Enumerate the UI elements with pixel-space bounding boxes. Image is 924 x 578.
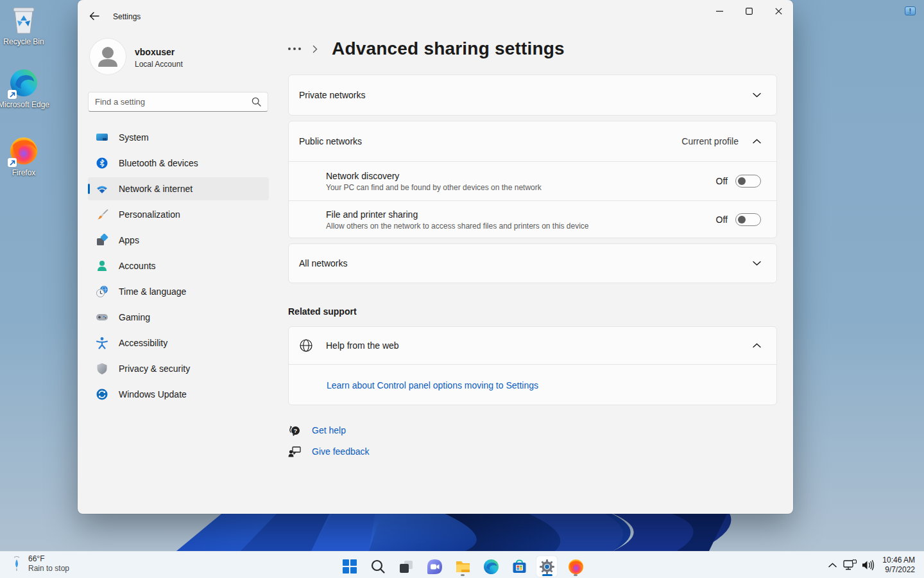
gamepad-icon bbox=[96, 311, 108, 324]
search-box[interactable] bbox=[88, 92, 268, 112]
avatar[interactable] bbox=[90, 39, 126, 74]
tray-volume-button[interactable] bbox=[859, 555, 877, 575]
taskbar-search-button[interactable] bbox=[368, 556, 388, 577]
shield-icon bbox=[96, 362, 108, 375]
titlebar[interactable]: Settings bbox=[78, 0, 793, 26]
chevron-up-icon[interactable] bbox=[753, 343, 761, 348]
setting-description: Your PC can find and be found by other d… bbox=[326, 183, 542, 192]
setting-title: File and printer sharing bbox=[326, 209, 589, 220]
taskbar-edge-button[interactable] bbox=[481, 556, 501, 577]
store-icon bbox=[511, 559, 527, 575]
help-from-web-header[interactable]: Help from the web bbox=[289, 327, 776, 364]
desktop-icon-label: Recycle Bin bbox=[0, 37, 51, 47]
taskbar-chat-button[interactable] bbox=[424, 556, 445, 577]
taskbar-start-button[interactable] bbox=[339, 556, 360, 577]
chevron-down-icon[interactable] bbox=[753, 261, 761, 266]
taskbar-edge-icon bbox=[483, 559, 499, 575]
give-feedback-link[interactable]: Give feedback bbox=[312, 446, 370, 457]
sidebar-item-network-internet[interactable]: Network & internet bbox=[88, 177, 269, 200]
network-icon bbox=[843, 559, 857, 571]
sidebar-item-windows-update[interactable]: Windows Update bbox=[88, 383, 269, 406]
card-title: Public networks bbox=[299, 136, 362, 146]
file-explorer-running-indicator bbox=[461, 574, 465, 576]
card-title: Private networks bbox=[299, 90, 365, 100]
taskbar: 66°F Rain to stop bbox=[0, 551, 924, 578]
selection-indicator bbox=[88, 184, 90, 194]
window-title: Settings bbox=[113, 12, 141, 21]
tray-time: 10:46 AM bbox=[882, 556, 915, 565]
network-discovery-row: Network discovery Your PC can find and b… bbox=[289, 162, 776, 200]
desktop: Recycle Bin Microsoft Edge bbox=[0, 0, 924, 578]
tray-network-button[interactable] bbox=[841, 555, 859, 575]
give-feedback-icon bbox=[288, 445, 301, 458]
control-panel-options-link[interactable]: Learn about Control panel options moving… bbox=[327, 380, 538, 390]
chat-icon bbox=[427, 559, 443, 575]
sidebar-item-apps[interactable]: Apps bbox=[88, 229, 269, 252]
sidebar-item-personalization[interactable]: Personalization bbox=[88, 203, 269, 226]
shortcut-arrow-icon bbox=[8, 158, 17, 167]
person-avatar-icon bbox=[90, 39, 126, 74]
breadcrumb-chevron-icon bbox=[312, 45, 318, 53]
wifi-icon bbox=[96, 182, 108, 195]
sidebar-item-accessibility[interactable]: Accessibility bbox=[88, 331, 269, 355]
start-icon bbox=[342, 559, 357, 574]
clock[interactable]: 10:46 AM 9/7/2022 bbox=[882, 556, 915, 575]
close-button[interactable] bbox=[764, 0, 793, 22]
all-networks-card[interactable]: All networks bbox=[288, 243, 777, 283]
back-arrow-icon bbox=[89, 12, 99, 21]
firefox-running-indicator bbox=[574, 574, 578, 576]
sidebar-item-time-language[interactable]: Time & language bbox=[88, 280, 269, 303]
shortcut-arrow-icon bbox=[8, 90, 17, 99]
maximize-icon bbox=[746, 8, 753, 15]
clock-globe-icon bbox=[96, 285, 108, 298]
chevron-up-icon[interactable] bbox=[753, 139, 761, 144]
file-printer-sharing-toggle[interactable] bbox=[735, 213, 761, 226]
breadcrumb-ellipsis[interactable] bbox=[288, 48, 301, 50]
setting-title: Network discovery bbox=[326, 171, 542, 181]
search-input[interactable] bbox=[95, 97, 252, 107]
notification-bubble-icon[interactable]: ! bbox=[905, 6, 916, 15]
file-printer-sharing-row: File and printer sharing Allow others on… bbox=[289, 201, 776, 238]
related-support-heading: Related support bbox=[288, 306, 357, 317]
public-networks-card: Public networks Current profile Network … bbox=[288, 121, 777, 238]
network-discovery-toggle[interactable] bbox=[735, 175, 761, 188]
taskbar-search-icon bbox=[370, 559, 386, 574]
desktop-icon-microsoft-edge[interactable]: Microsoft Edge bbox=[0, 68, 51, 110]
private-networks-card[interactable]: Private networks bbox=[288, 74, 777, 116]
update-icon bbox=[96, 388, 108, 401]
file-explorer-icon bbox=[455, 559, 471, 575]
sidebar-item-bluetooth-devices[interactable]: Bluetooth & devices bbox=[88, 152, 269, 175]
person-icon bbox=[96, 259, 108, 272]
apps-icon bbox=[96, 234, 108, 247]
sidebar-item-privacy-security[interactable]: Privacy & security bbox=[88, 357, 269, 380]
sidebar-item-gaming[interactable]: Gaming bbox=[88, 306, 269, 329]
minimize-icon bbox=[716, 8, 723, 15]
close-icon bbox=[775, 8, 782, 15]
user-account-type: Local Account bbox=[135, 60, 183, 69]
taskbar-task-view-button[interactable] bbox=[396, 556, 416, 577]
chevron-down-icon[interactable] bbox=[753, 92, 761, 98]
maximize-button[interactable] bbox=[734, 0, 764, 22]
back-button[interactable] bbox=[87, 8, 102, 24]
user-name: vboxuser bbox=[135, 47, 175, 57]
tray-date: 9/7/2022 bbox=[882, 565, 915, 575]
sidebar-item-accounts[interactable]: Accounts bbox=[88, 254, 269, 277]
globe-icon bbox=[299, 338, 313, 353]
settings-gear-icon bbox=[539, 559, 555, 575]
desktop-icon-firefox[interactable]: Firefox bbox=[0, 136, 51, 178]
tray-chevron-button[interactable] bbox=[823, 555, 841, 575]
sidebar-item-system[interactable]: System bbox=[88, 126, 269, 149]
get-help-row: ? Get help bbox=[288, 424, 346, 437]
recycle-bin-icon bbox=[10, 5, 38, 35]
public-networks-header[interactable]: Public networks Current profile bbox=[289, 121, 776, 161]
accessibility-icon bbox=[96, 337, 108, 349]
settings-window: Settings vboxuser Local Account bbox=[78, 0, 793, 514]
search-icon bbox=[252, 97, 261, 107]
sidebar-nav: System Bluetooth & devices bbox=[88, 126, 269, 408]
settings-active-indicator bbox=[542, 574, 552, 576]
card-title: All networks bbox=[299, 258, 347, 268]
taskbar-store-button[interactable] bbox=[509, 556, 529, 577]
desktop-icon-recycle-bin[interactable]: Recycle Bin bbox=[0, 5, 51, 47]
get-help-link[interactable]: Get help bbox=[312, 425, 346, 435]
minimize-button[interactable] bbox=[705, 0, 734, 22]
